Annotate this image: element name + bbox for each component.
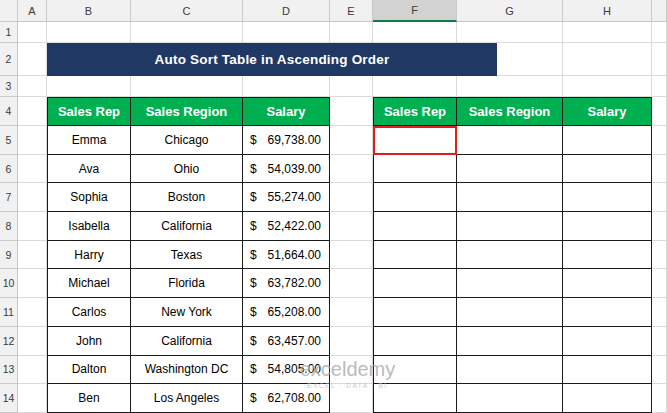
cell-A12[interactable] [18,327,47,356]
cell-A8[interactable] [18,212,47,241]
cell-A3[interactable] [18,76,47,97]
cell-C3[interactable] [131,76,243,97]
cell-F3[interactable] [373,76,457,97]
cell-A11[interactable] [18,298,47,327]
cell-H5[interactable] [563,126,652,155]
cell-B3[interactable] [47,76,131,97]
cell-E11[interactable] [330,298,373,327]
cell-B5[interactable]: Emma [47,126,131,155]
cell-C1[interactable] [131,22,243,43]
cell-H11[interactable] [563,298,652,327]
cell-B10[interactable]: Michael [47,269,131,298]
row-header-6[interactable]: 6 [0,155,18,184]
cell-H12[interactable] [563,327,652,356]
cell-G13[interactable] [457,356,563,385]
column-header-B[interactable]: B [47,0,131,22]
cell-D12[interactable]: $63,457.00 [243,327,330,356]
row-header-10[interactable]: 10 [0,269,18,298]
cell-D13[interactable]: $54,805.00 [243,356,330,385]
row-header-8[interactable]: 8 [0,212,18,241]
cell-I13[interactable] [652,356,667,385]
cell-H3[interactable] [563,76,652,97]
cell-I9[interactable] [652,241,667,270]
cell-B11[interactable]: Carlos [47,298,131,327]
cell-H9[interactable] [563,241,652,270]
cell-B9[interactable]: Harry [47,241,131,270]
cell-E9[interactable] [330,241,373,270]
cell-G5[interactable] [457,126,563,155]
column-header-G[interactable]: G [457,0,563,22]
cell-C14[interactable]: Los Angeles [131,384,243,413]
cell-H4[interactable]: Salary [563,97,652,126]
cell-G7[interactable] [457,183,563,212]
cell-C6[interactable]: Ohio [131,155,243,184]
cell-I4[interactable] [652,97,667,126]
cell-D5[interactable]: $69,738.00 [243,126,330,155]
cell-B1[interactable] [47,22,131,43]
cell-F6[interactable] [373,155,457,184]
cell-F1[interactable] [373,22,457,43]
cell-H7[interactable] [563,183,652,212]
cell-B4[interactable]: Sales Rep [47,97,131,126]
cell-A10[interactable] [18,269,47,298]
cell-E4[interactable] [330,97,373,126]
cell-C10[interactable]: Florida [131,269,243,298]
column-header-A[interactable]: A [18,0,47,22]
cell-A2[interactable] [18,43,47,76]
cell-A7[interactable] [18,183,47,212]
row-header-11[interactable]: 11 [0,298,18,327]
cell-B8[interactable]: Isabella [47,212,131,241]
cell-E3[interactable] [330,76,373,97]
column-header-H[interactable]: H [563,0,652,22]
row-header-5[interactable]: 5 [0,126,18,155]
cell-E5[interactable] [330,126,373,155]
cell-I5[interactable] [652,126,667,155]
cell-I6[interactable] [652,155,667,184]
cell-F9[interactable] [373,241,457,270]
cell-D9[interactable]: $51,664.00 [243,241,330,270]
cell-I7[interactable] [652,183,667,212]
cell-F12[interactable] [373,327,457,356]
cell-F5[interactable] [373,126,457,155]
cell-D3[interactable] [243,76,330,97]
cell-A9[interactable] [18,241,47,270]
cell-E10[interactable] [330,269,373,298]
cell-I11[interactable] [652,298,667,327]
column-header-C[interactable]: C [131,0,243,22]
cell-A6[interactable] [18,155,47,184]
cell-G4[interactable]: Sales Region [457,97,563,126]
column-header-F[interactable]: F [373,0,457,22]
cell-F4[interactable]: Sales Rep [373,97,457,126]
cell-E13[interactable] [330,356,373,385]
cell-I1[interactable] [652,22,667,43]
cell-D10[interactable]: $63,782.00 [243,269,330,298]
cell-C4[interactable]: Sales Region [131,97,243,126]
cell-I3[interactable] [652,76,667,97]
cell-H10[interactable] [563,269,652,298]
cell-E12[interactable] [330,327,373,356]
cell-I14[interactable] [652,384,667,413]
column-header-E[interactable]: E [330,0,373,22]
cell-F11[interactable] [373,298,457,327]
row-header-9[interactable]: 9 [0,241,18,270]
cell-E6[interactable] [330,155,373,184]
cell-G10[interactable] [457,269,563,298]
cell-A13[interactable] [18,356,47,385]
cell-G8[interactable] [457,212,563,241]
cell-D1[interactable] [243,22,330,43]
cell-D6[interactable]: $54,039.00 [243,155,330,184]
cell-H6[interactable] [563,155,652,184]
cell-D4[interactable]: Salary [243,97,330,126]
cell-G12[interactable] [457,327,563,356]
row-header-3[interactable]: 3 [0,76,18,97]
cell-F10[interactable] [373,269,457,298]
row-header-2[interactable]: 2 [0,43,18,76]
cell-G6[interactable] [457,155,563,184]
cell-I10[interactable] [652,269,667,298]
cell-C5[interactable]: Chicago [131,126,243,155]
cell-H14[interactable] [563,384,652,413]
cell-H8[interactable] [563,212,652,241]
column-header-D[interactable]: D [243,0,330,22]
row-header-12[interactable]: 12 [0,327,18,356]
cell-C13[interactable]: Washington DC [131,356,243,385]
